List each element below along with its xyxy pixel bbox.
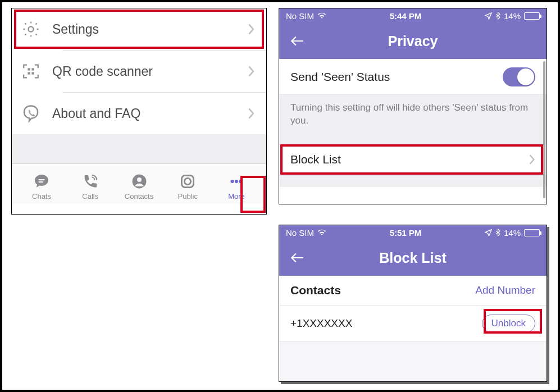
phone-icon xyxy=(81,172,100,191)
battery-pct: 14% xyxy=(504,228,521,238)
wifi-icon xyxy=(317,229,326,236)
bottom-tabbar: Chats Calls Contacts Public More xyxy=(12,163,266,204)
qr-scanner-row[interactable]: QR code scanner xyxy=(12,51,266,92)
spacer xyxy=(279,176,547,187)
chevron-right-icon xyxy=(529,154,535,165)
contact-number: +1XXXXXXX xyxy=(290,317,352,330)
blocked-contact-row: +1XXXXXXX Unblock xyxy=(279,306,547,342)
clock-label: 5:51 PM xyxy=(390,228,422,238)
battery-pct: 14% xyxy=(504,11,521,21)
carrier-label: No SIM xyxy=(286,228,314,238)
chevron-right-icon xyxy=(247,107,255,120)
clock-label: 5:44 PM xyxy=(390,11,422,21)
nav-bar: Block List xyxy=(279,240,547,276)
tab-label: Contacts xyxy=(125,192,153,200)
add-number-button[interactable]: Add Number xyxy=(475,284,535,297)
tab-label: Public xyxy=(178,192,198,200)
svg-rect-1 xyxy=(28,68,30,70)
carrier-label: No SIM xyxy=(286,11,314,21)
chevron-right-icon xyxy=(247,65,255,78)
chat-icon xyxy=(32,172,51,191)
block-list-row[interactable]: Block List xyxy=(279,144,547,176)
battery-icon xyxy=(524,12,540,20)
public-icon xyxy=(178,172,197,191)
svg-rect-2 xyxy=(31,68,34,70)
battery-icon xyxy=(524,229,540,236)
status-bar: No SIM 5:51 PM 14% xyxy=(279,225,547,240)
more-screen: Settings QR code scanner xyxy=(11,8,267,215)
spacer xyxy=(12,134,266,163)
dots-icon xyxy=(227,172,246,191)
unblock-button[interactable]: Unblock xyxy=(482,314,535,332)
viber-icon xyxy=(19,101,43,126)
settings-row[interactable]: Settings xyxy=(12,8,266,50)
send-seen-description: Turning this setting off will hide other… xyxy=(279,95,547,144)
send-seen-toggle[interactable] xyxy=(503,67,535,86)
tab-label: More xyxy=(228,192,245,200)
bluetooth-icon xyxy=(495,12,500,20)
svg-rect-3 xyxy=(28,72,30,74)
tab-chats[interactable]: Chats xyxy=(19,172,65,200)
send-seen-label: Send 'Seen' Status xyxy=(290,70,503,84)
svg-rect-6 xyxy=(39,181,43,183)
tab-more[interactable]: More xyxy=(213,172,259,200)
tab-calls[interactable]: Calls xyxy=(67,172,113,200)
page-title: Block List xyxy=(279,250,547,266)
send-seen-row[interactable]: Send 'Seen' Status xyxy=(279,59,547,95)
svg-rect-5 xyxy=(39,179,45,180)
location-icon xyxy=(485,12,492,20)
location-icon xyxy=(485,229,492,236)
privacy-screen: No SIM 5:44 PM 14% Privacy Send 'Seen' S… xyxy=(279,8,547,204)
contact-icon xyxy=(130,172,149,191)
wifi-icon xyxy=(317,12,326,19)
svg-point-13 xyxy=(239,180,243,183)
about-label: About and FAQ xyxy=(52,106,247,121)
tab-label: Calls xyxy=(82,192,98,200)
bluetooth-icon xyxy=(495,229,500,236)
settings-label: Settings xyxy=(52,22,247,37)
block-list-label: Block List xyxy=(290,153,529,166)
tab-public[interactable]: Public xyxy=(165,172,211,200)
qr-label: QR code scanner xyxy=(52,64,247,79)
contacts-section-header: Contacts Add Number xyxy=(279,276,547,306)
svg-point-0 xyxy=(28,26,33,31)
page-title: Privacy xyxy=(279,33,547,49)
tab-label: Chats xyxy=(32,192,51,200)
svg-point-12 xyxy=(235,180,238,183)
gear-icon xyxy=(19,17,43,42)
chevron-right-icon xyxy=(247,23,255,35)
svg-point-8 xyxy=(137,177,142,182)
nav-bar: Privacy xyxy=(279,23,547,59)
qr-icon xyxy=(19,59,43,84)
svg-rect-4 xyxy=(31,72,34,74)
svg-point-11 xyxy=(231,180,234,183)
scroll-indicator[interactable] xyxy=(543,61,545,198)
svg-rect-9 xyxy=(182,175,194,187)
block-list-screen: No SIM 5:51 PM 14% Block List Contacts A… xyxy=(279,225,547,382)
about-faq-row[interactable]: About and FAQ xyxy=(12,93,266,134)
section-title: Contacts xyxy=(290,284,341,297)
spacer xyxy=(279,342,547,381)
tab-contacts[interactable]: Contacts xyxy=(116,172,162,200)
status-bar: No SIM 5:44 PM 14% xyxy=(279,8,547,23)
svg-point-10 xyxy=(185,178,191,184)
